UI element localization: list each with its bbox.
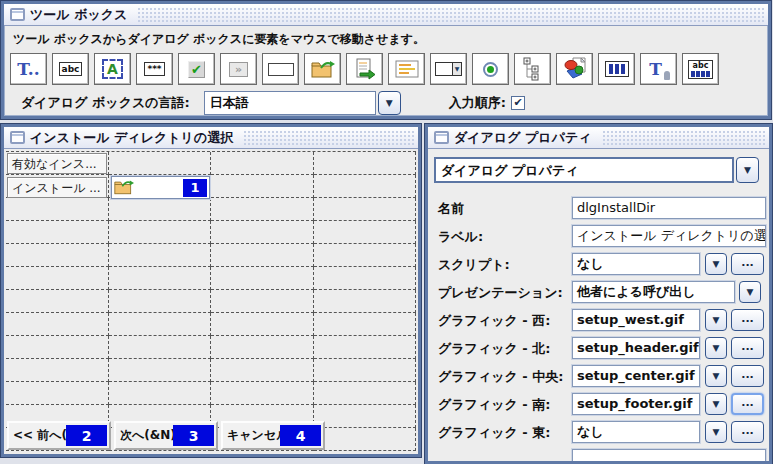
graphic-center-browse-button[interactable]: ...	[731, 365, 764, 387]
input-order-checkbox[interactable]: ✔	[511, 96, 525, 110]
grid-cell[interactable]	[314, 244, 417, 267]
grid-cell[interactable]	[109, 313, 212, 336]
name-input[interactable]: dlgInstallDir	[572, 197, 766, 219]
grid-cell[interactable]	[314, 359, 417, 382]
previous-button-element[interactable]: << 前へ( 2	[7, 421, 111, 450]
grid-cell[interactable]	[314, 175, 417, 198]
grid-cell[interactable]	[211, 290, 314, 313]
graphic-north-browse-button[interactable]: ...	[731, 337, 764, 359]
image-tool[interactable]	[556, 53, 593, 85]
cancel-button-element[interactable]: キャンセル 4	[221, 421, 325, 450]
grid-cell[interactable]	[314, 428, 417, 451]
designer-titlebar[interactable]: インストール ディレクトリの選択	[4, 127, 418, 149]
graphic-west-combo[interactable]: setup_west.gif	[572, 309, 700, 331]
grid-cell[interactable]	[6, 313, 109, 336]
grid-cell[interactable]	[314, 336, 417, 359]
grid-cell[interactable]	[6, 267, 109, 290]
grid-cell[interactable]	[109, 244, 212, 267]
presentation-combo[interactable]: 他者による呼び出し	[572, 281, 735, 303]
panel-tool[interactable]	[262, 53, 299, 85]
graphic-south-browse-button[interactable]: ...	[731, 393, 764, 415]
tree-tool[interactable]	[514, 53, 551, 85]
radio-icon	[483, 62, 498, 77]
graphic-west-dropdown-arrow[interactable]: ▼	[705, 309, 727, 331]
graphic-west-browse-button[interactable]: ...	[731, 309, 764, 331]
grid-cell[interactable]	[211, 336, 314, 359]
label-input[interactable]: インストール ディレクトリの選択	[572, 225, 766, 247]
grid-cell[interactable]	[109, 336, 212, 359]
grid-cell[interactable]	[6, 382, 109, 405]
file-export-tool[interactable]	[346, 53, 383, 85]
input-field-tool[interactable]: abc	[682, 53, 719, 85]
grid-cell[interactable]	[314, 198, 417, 221]
grid-cell[interactable]	[211, 152, 314, 175]
grid-cell[interactable]	[109, 382, 212, 405]
install-label-element[interactable]: インストール ...	[7, 177, 107, 198]
grid-cell[interactable]	[314, 382, 417, 405]
next-button-element[interactable]: 次へ(&N) 3	[114, 421, 218, 450]
grid-cell[interactable]	[211, 359, 314, 382]
combobox-tool[interactable]: ▼	[430, 53, 467, 85]
grid-cell[interactable]	[109, 152, 212, 175]
grid-cell[interactable]	[6, 359, 109, 382]
text-label-tool[interactable]: T..	[10, 53, 47, 85]
grid-cell[interactable]	[6, 221, 109, 244]
install-dir-field-element[interactable]: 1	[111, 176, 210, 199]
script-browse-button[interactable]: ...	[731, 253, 764, 275]
valid-install-label-element[interactable]: 有効なインス...	[7, 153, 107, 174]
selector-dropdown-arrow[interactable]: ▼	[736, 157, 759, 183]
grid-cell[interactable]	[211, 313, 314, 336]
grid-cell[interactable]	[109, 198, 212, 221]
graphic-east-dropdown-arrow[interactable]: ▼	[705, 421, 727, 443]
textfield-tool[interactable]: abc	[52, 53, 89, 85]
grid-cell[interactable]	[6, 244, 109, 267]
grid-cell[interactable]	[109, 290, 212, 313]
graphic-south-combo[interactable]: setup_footer.gif	[572, 393, 700, 415]
graphic-center-combo[interactable]: setup_center.gif	[572, 365, 700, 387]
grid-cell[interactable]	[109, 221, 212, 244]
list-tool[interactable]	[388, 53, 425, 85]
folder-chooser-tool[interactable]	[304, 53, 341, 85]
grid-cell[interactable]	[314, 405, 417, 428]
graphic-north-dropdown-arrow[interactable]: ▼	[705, 337, 727, 359]
double-arrow-tool[interactable]: »	[220, 53, 257, 85]
grid-cell[interactable]	[314, 267, 417, 290]
grid-cell[interactable]	[211, 198, 314, 221]
radio-button-tool[interactable]	[472, 53, 509, 85]
grid-cell[interactable]	[211, 244, 314, 267]
label-tool[interactable]: A	[94, 53, 131, 85]
graphic-south-dropdown-arrow[interactable]: ▼	[705, 393, 727, 415]
grid-cell[interactable]	[6, 336, 109, 359]
progress-bar-tool[interactable]	[598, 53, 635, 85]
language-dropdown-arrow[interactable]: ▼	[378, 91, 401, 115]
partial-input[interactable]	[572, 449, 766, 464]
grid-cell[interactable]	[211, 175, 314, 198]
text-input-tool[interactable]: T	[640, 53, 677, 85]
toolbox-titlebar[interactable]: ツール ボックス	[4, 4, 768, 26]
grid-cell[interactable]	[211, 221, 314, 244]
checkbox-tool[interactable]: ✔	[178, 53, 215, 85]
grid-cell[interactable]	[109, 267, 212, 290]
password-field-tool[interactable]: ***	[136, 53, 173, 85]
grid-cell[interactable]	[314, 290, 417, 313]
properties-selector-combo[interactable]: ダイアログ プロパティ ▼	[434, 157, 759, 183]
grid-cell[interactable]	[211, 267, 314, 290]
graphic-center-dropdown-arrow[interactable]: ▼	[705, 365, 727, 387]
graphic-east-browse-button[interactable]: ...	[731, 421, 764, 443]
grid-cell[interactable]	[314, 313, 417, 336]
script-combo[interactable]: なし	[572, 253, 700, 275]
script-dropdown-arrow[interactable]: ▼	[705, 253, 727, 275]
grid-cell[interactable]	[6, 290, 109, 313]
graphic-north-combo[interactable]: setup_header.gif	[572, 337, 700, 359]
graphic-north-row: グラフィック - 北: setup_header.gif ▼ ...	[428, 337, 769, 360]
grid-cell[interactable]	[211, 382, 314, 405]
properties-titlebar[interactable]: ダイアログ プロパティ	[428, 127, 769, 149]
grid-cell[interactable]	[109, 359, 212, 382]
grid-cell[interactable]	[314, 221, 417, 244]
grid-cell[interactable]	[314, 152, 417, 175]
presentation-dropdown-arrow[interactable]: ▼	[739, 281, 761, 303]
language-combo[interactable]: 日本語 ▼	[204, 91, 401, 115]
grid-cell[interactable]	[6, 198, 109, 221]
graphic-east-combo[interactable]: なし	[572, 421, 700, 443]
dialog-designer-app: { "glyphs": { "arrow": "▼", "check": "✔"…	[0, 0, 773, 464]
